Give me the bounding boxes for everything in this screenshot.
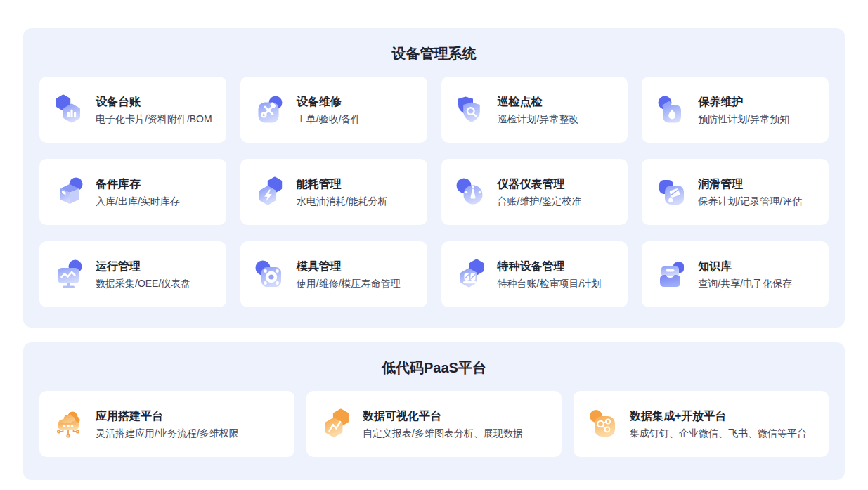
card-title: 备件库存 xyxy=(96,178,180,190)
inspection-icon xyxy=(454,93,488,127)
card-title: 数据可视化平台 xyxy=(363,410,523,422)
card-subtitle: 台账/维护/鉴定校准 xyxy=(498,196,582,207)
feature-card[interactable]: 应用搭建平台 灵活搭建应用/业务流程/多维权限 xyxy=(39,391,294,457)
card-title: 应用搭建平台 xyxy=(96,410,239,422)
card-title: 数据集成+开放平台 xyxy=(630,410,807,422)
card-subtitle: 数据采集/OEE/仪表盘 xyxy=(96,278,190,289)
data-integration-icon xyxy=(586,407,620,441)
equipment-ledger-icon xyxy=(52,93,86,127)
special-equipment-icon xyxy=(454,257,488,291)
card-subtitle: 使用/维修/模压寿命管理 xyxy=(297,278,401,289)
feature-card[interactable]: 知识库 查询/共享/电子化保存 xyxy=(642,241,829,307)
mold-icon xyxy=(253,257,287,291)
feature-card[interactable]: 巡检点检 巡检计划/异常整改 xyxy=(441,77,628,143)
card-title: 特种设备管理 xyxy=(498,260,602,272)
card-title: 模具管理 xyxy=(297,260,401,272)
section-title: 设备管理系统 xyxy=(23,28,845,63)
card-title: 知识库 xyxy=(698,260,792,272)
card-title: 能耗管理 xyxy=(297,178,388,190)
card-subtitle: 电子化卡片/资料附件/BOM xyxy=(96,114,212,124)
card-subtitle: 查询/共享/电子化保存 xyxy=(698,278,792,289)
card-title: 设备台账 xyxy=(96,96,212,108)
card-subtitle: 巡检计划/异常整改 xyxy=(498,114,579,124)
card-title: 设备维修 xyxy=(297,96,361,108)
maintenance-icon xyxy=(654,93,688,127)
card-title: 巡检点检 xyxy=(498,96,579,108)
feature-card[interactable]: 特种设备管理 特种台账/检审项目/计划 xyxy=(441,241,628,307)
feature-card[interactable]: 数据可视化平台 自定义报表/多维图表分析、展现数据 xyxy=(306,391,562,457)
card-title: 润滑管理 xyxy=(698,178,802,190)
app-builder-icon xyxy=(52,407,86,441)
lubrication-icon xyxy=(654,175,688,209)
feature-card[interactable]: 仪器仪表管理 台账/维护/鉴定校准 xyxy=(441,159,628,225)
card-title: 保养维护 xyxy=(698,96,789,108)
operation-icon xyxy=(52,257,86,291)
feature-card[interactable]: 备件库存 入库/出库/实时库存 xyxy=(39,159,226,225)
energy-icon xyxy=(253,175,287,209)
feature-card[interactable]: 设备台账 电子化卡片/资料附件/BOM xyxy=(39,77,226,143)
card-subtitle: 灵活搭建应用/业务流程/多维权限 xyxy=(96,428,239,439)
feature-card[interactable]: 设备维修 工单/验收/备件 xyxy=(240,77,427,143)
feature-card[interactable]: 保养维护 预防性计划/异常预知 xyxy=(642,77,829,143)
feature-card[interactable]: 润滑管理 保养计划/记录管理/评估 xyxy=(642,159,829,225)
card-title: 运行管理 xyxy=(96,260,190,272)
card-subtitle: 自定义报表/多维图表分析、展现数据 xyxy=(363,428,523,439)
card-subtitle: 集成钉钉、企业微信、飞书、微信等平台 xyxy=(630,428,807,439)
card-subtitle: 预防性计划/异常预知 xyxy=(698,114,789,124)
feature-grid: 应用搭建平台 灵活搭建应用/业务流程/多维权限 数据可视化平台 自定义报表/多维… xyxy=(39,391,829,457)
instrument-icon xyxy=(454,175,488,209)
feature-card[interactable]: 运行管理 数据采集/OEE/仪表盘 xyxy=(39,241,226,307)
equipment-repair-icon xyxy=(253,93,287,127)
card-subtitle: 入库/出库/实时库存 xyxy=(96,196,180,207)
section-title: 低代码PaaS平台 xyxy=(23,342,845,378)
card-subtitle: 保养计划/记录管理/评估 xyxy=(698,196,802,207)
card-title: 仪器仪表管理 xyxy=(498,178,582,190)
feature-card[interactable]: 能耗管理 水电油消耗/能耗分析 xyxy=(240,159,427,225)
card-subtitle: 工单/验收/备件 xyxy=(297,114,361,124)
feature-grid: 设备台账 电子化卡片/资料附件/BOM 设备维修 工单/验收/备件 巡检点检 巡… xyxy=(39,77,829,307)
equipment-management-section: 设备管理系统 设备台账 电子化卡片/资料附件/BOM 设备维修 工单/验收/备件… xyxy=(23,28,845,328)
card-subtitle: 特种台账/检审项目/计划 xyxy=(498,278,602,289)
card-subtitle: 水电油消耗/能耗分析 xyxy=(297,196,388,207)
feature-card[interactable]: 数据集成+开放平台 集成钉钉、企业微信、飞书、微信等平台 xyxy=(574,391,829,457)
spare-parts-icon xyxy=(52,175,86,209)
paas-platform-section: 低代码PaaS平台 应用搭建平台 灵活搭建应用/业务流程/多维权限 数据可视化平… xyxy=(23,342,845,480)
knowledge-base-icon xyxy=(654,257,688,291)
data-visualization-icon xyxy=(319,407,353,441)
feature-card[interactable]: 模具管理 使用/维修/模压寿命管理 xyxy=(240,241,427,307)
